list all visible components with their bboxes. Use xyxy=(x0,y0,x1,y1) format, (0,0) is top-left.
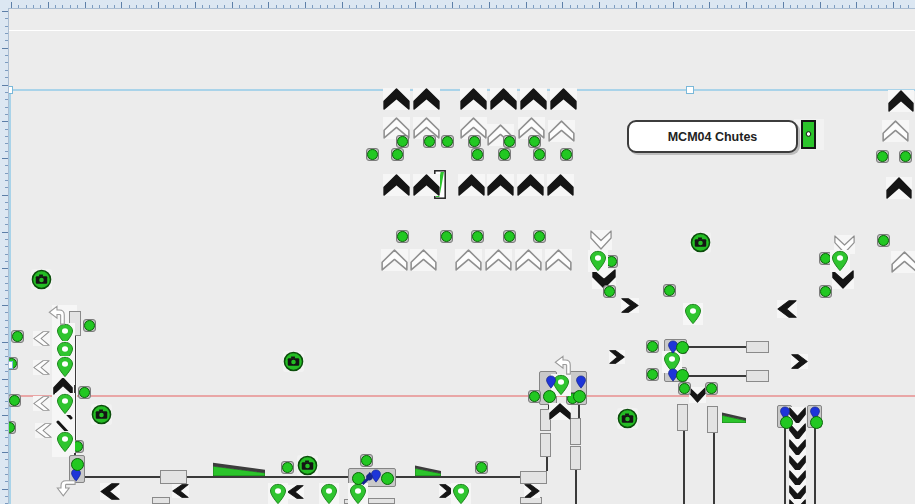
green-dot[interactable] xyxy=(543,390,556,403)
location-pin[interactable] xyxy=(268,483,288,504)
chevron-white-up-icon[interactable] xyxy=(381,249,408,271)
status-indicator[interactable] xyxy=(528,135,541,148)
location-pin[interactable] xyxy=(55,431,75,453)
chevron-white-up-icon[interactable] xyxy=(548,120,575,142)
status-indicator[interactable] xyxy=(471,148,484,161)
location-pin[interactable] xyxy=(319,483,339,504)
location-pin[interactable] xyxy=(348,483,368,504)
camera-marker[interactable] xyxy=(283,351,304,372)
chevron-white-left-icon[interactable] xyxy=(33,360,50,375)
chevron-white-left-icon[interactable] xyxy=(33,331,50,346)
status-indicator[interactable] xyxy=(646,340,659,353)
status-indicator[interactable] xyxy=(396,230,409,243)
chevron-up-icon[interactable] xyxy=(458,174,485,196)
chevron-white-left-icon[interactable] xyxy=(33,396,50,411)
status-indicator[interactable] xyxy=(528,390,541,403)
chevron-left-icon[interactable] xyxy=(777,300,797,318)
status-indicator[interactable] xyxy=(78,386,91,399)
chevron-white-up-icon[interactable] xyxy=(455,249,482,271)
chevron-left-icon[interactable] xyxy=(100,483,120,500)
chevron-up-icon[interactable] xyxy=(549,403,571,420)
chevron-white-left-icon[interactable] xyxy=(35,423,52,438)
location-pin[interactable] xyxy=(683,303,703,325)
green-dot[interactable] xyxy=(573,390,586,403)
camera-marker[interactable] xyxy=(297,455,318,476)
status-indicator[interactable] xyxy=(663,284,676,297)
status-indicator[interactable] xyxy=(877,234,890,247)
chevron-white-down-icon[interactable] xyxy=(590,230,612,250)
green-dot[interactable] xyxy=(810,416,823,429)
level-gauge[interactable] xyxy=(722,412,746,423)
status-indicator[interactable] xyxy=(396,135,409,148)
status-indicator[interactable] xyxy=(503,230,516,243)
turn-arrow-icon[interactable] xyxy=(56,478,76,498)
chevron-right-icon[interactable] xyxy=(791,354,808,369)
status-indicator[interactable] xyxy=(468,135,481,148)
chevron-up-icon[interactable] xyxy=(413,174,440,196)
status-indicator[interactable] xyxy=(533,148,546,161)
green-dot[interactable] xyxy=(676,369,689,382)
camera-marker[interactable] xyxy=(91,404,112,425)
green-dot[interactable] xyxy=(381,472,394,485)
status-indicator[interactable] xyxy=(475,461,488,474)
chevron-up-icon[interactable] xyxy=(487,174,514,196)
camera-marker[interactable] xyxy=(617,408,638,429)
status-indicator[interactable] xyxy=(423,135,436,148)
level-gauge[interactable] xyxy=(213,462,265,476)
camera-marker[interactable] xyxy=(31,269,52,290)
green-dot[interactable] xyxy=(676,341,689,354)
status-indicator[interactable] xyxy=(646,368,659,381)
location-pin[interactable] xyxy=(55,393,75,415)
status-indicator[interactable] xyxy=(83,319,96,332)
chevron-up-icon[interactable] xyxy=(413,88,440,110)
green-dot[interactable] xyxy=(71,458,84,471)
turn-arrow-icon[interactable] xyxy=(47,305,67,325)
chevron-up-icon[interactable] xyxy=(517,174,544,196)
chevron-down-icon[interactable] xyxy=(789,499,806,504)
chevron-up-icon[interactable] xyxy=(550,88,577,110)
chevron-right-icon[interactable] xyxy=(609,350,625,364)
status-indicator[interactable] xyxy=(360,454,373,467)
chevron-up-icon[interactable] xyxy=(520,88,547,110)
status-indicator[interactable] xyxy=(8,394,21,407)
status-indicator[interactable] xyxy=(11,330,24,343)
status-indicator[interactable] xyxy=(678,382,691,395)
status-indicator[interactable] xyxy=(366,148,379,161)
chevron-up-icon[interactable] xyxy=(886,177,912,199)
chevron-white-up-icon[interactable] xyxy=(515,249,542,271)
green-dot[interactable] xyxy=(780,416,793,429)
location-pin[interactable] xyxy=(830,250,850,272)
chevron-white-up-icon[interactable] xyxy=(485,249,512,271)
status-indicator[interactable] xyxy=(819,285,832,298)
chevron-white-up-icon[interactable] xyxy=(545,249,572,271)
turn-arrow-icon[interactable] xyxy=(553,355,573,375)
location-pin[interactable] xyxy=(55,356,75,378)
chevron-white-up-icon[interactable] xyxy=(410,249,437,271)
status-indicator[interactable] xyxy=(560,148,573,161)
location-pin[interactable] xyxy=(588,250,608,272)
chevron-up-icon[interactable] xyxy=(460,88,487,110)
status-indicator[interactable] xyxy=(440,230,453,243)
status-indicator[interactable] xyxy=(705,382,718,395)
chevron-right-icon[interactable] xyxy=(524,484,540,498)
blue-pin-icon[interactable] xyxy=(545,375,557,389)
status-indicator[interactable] xyxy=(603,285,616,298)
chevron-left-icon[interactable] xyxy=(172,484,189,498)
chevron-left-icon[interactable] xyxy=(287,485,304,499)
status-indicator[interactable] xyxy=(899,150,912,163)
status-indicator[interactable] xyxy=(876,150,889,163)
status-indicator[interactable] xyxy=(533,230,546,243)
chevron-up-icon[interactable] xyxy=(383,88,410,110)
chevron-white-up-icon[interactable] xyxy=(882,120,909,142)
wrench-icon[interactable] xyxy=(360,470,373,485)
camera-marker[interactable] xyxy=(690,232,711,253)
chevron-right-icon[interactable] xyxy=(621,298,639,313)
chevron-up-icon[interactable] xyxy=(490,88,517,110)
status-indicator[interactable] xyxy=(498,148,511,161)
chevron-down-icon[interactable] xyxy=(832,270,854,289)
level-gauge[interactable] xyxy=(415,465,441,476)
status-indicator[interactable] xyxy=(471,230,484,243)
location-pin[interactable] xyxy=(451,483,471,504)
selection-handle[interactable] xyxy=(686,86,694,94)
status-indicator[interactable] xyxy=(281,461,294,474)
